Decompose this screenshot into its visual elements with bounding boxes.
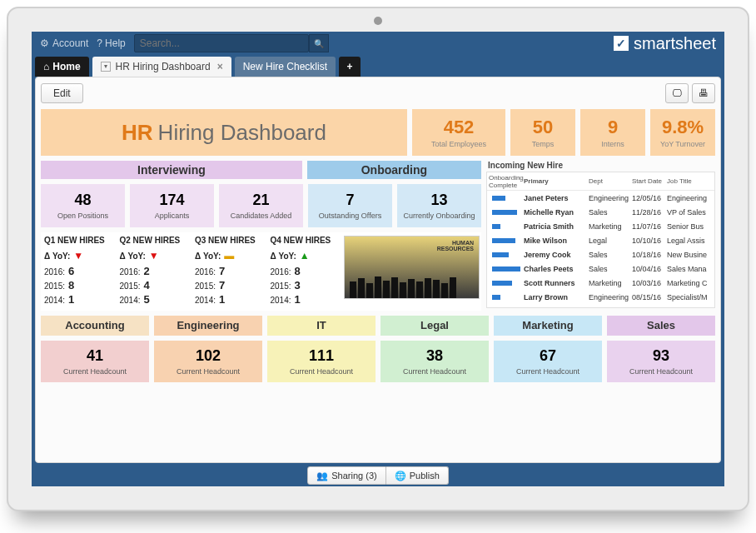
print-icon: 🖶 xyxy=(699,87,709,99)
card-label: Currently Onboarding xyxy=(397,212,481,220)
card-applicants: 174 Applicants xyxy=(130,184,214,227)
publish-button[interactable]: 🌐 Publish xyxy=(386,466,449,485)
cell-job-title: New Busine xyxy=(665,250,712,260)
help-link[interactable]: Help xyxy=(105,37,126,49)
new-hire-table[interactable]: Onboarding Complete Primary Dept Start D… xyxy=(486,172,715,308)
cell-primary: Charles Peets xyxy=(524,265,574,273)
workspace-toolbar: Edit 🖵 🖶 xyxy=(41,82,715,104)
hc-label: Current Headcount xyxy=(494,367,602,376)
sharing-label: Sharing (3) xyxy=(331,471,376,481)
year-label: 2015: xyxy=(271,281,291,291)
year-label: 2014: xyxy=(120,296,141,305)
table-row[interactable]: Larry BrownEngineering08/15/16Specialist… xyxy=(487,290,714,304)
table-row[interactable]: Patricia SmithMarketing11/07/16Senior Bu… xyxy=(487,219,714,233)
edit-button[interactable]: Edit xyxy=(41,83,83,103)
left-mid: Interviewing Onboarding 48 Open Position… xyxy=(41,161,481,311)
chevron-down-icon[interactable]: ▾ xyxy=(101,62,111,72)
card-currently-onboarding: 13 Currently Onboarding xyxy=(397,184,481,227)
cell-start-date: 10/18/16 xyxy=(630,250,665,260)
hc-value: 102 xyxy=(154,347,262,365)
hc-value: 41 xyxy=(41,347,149,365)
cell-primary: Larry Brown xyxy=(524,293,568,301)
tab-home[interactable]: ⌂ Home xyxy=(35,57,89,77)
col-primary[interactable]: Primary xyxy=(522,177,587,186)
dept-it: IT xyxy=(267,316,376,336)
monitor-icon: 🖵 xyxy=(672,87,682,99)
col-start-date[interactable]: Start Date xyxy=(630,177,665,186)
people-icon: 👥 xyxy=(316,471,328,481)
progress-bar xyxy=(492,295,500,300)
triangle-down-icon: ▼ xyxy=(73,250,83,262)
year-value: 1 xyxy=(219,293,225,306)
gear-icon[interactable]: ⚙ xyxy=(40,37,49,49)
cell-dept: Sales xyxy=(587,264,630,274)
dyoy-label: Δ YoY: xyxy=(120,252,146,261)
tab-label: HR Hiring Dashboard xyxy=(116,61,211,72)
card-value: 21 xyxy=(219,192,303,209)
table-row[interactable]: Scott RunnersMarketing10/03/16Marketing … xyxy=(487,276,714,290)
metric-label: Interns xyxy=(580,140,645,148)
table-row[interactable]: Janet PetersEngineering12/05/16Engineeri… xyxy=(487,191,714,205)
col-onboarding-complete[interactable]: Onboarding Complete xyxy=(487,173,522,190)
table-row[interactable]: Michelle RyanSales11/28/16VP of Sales xyxy=(487,205,714,219)
table-row[interactable]: Charles PeetsSales10/04/16Sales Mana xyxy=(487,262,714,276)
table-header: Onboarding Complete Primary Dept Start D… xyxy=(487,172,714,191)
year-value: 2 xyxy=(144,265,150,277)
sharing-button[interactable]: 👥 Sharing (3) xyxy=(307,466,385,485)
q3-col: Q3 NEW HIRES Δ YoY:▬ 2016:7 2015:7 2014:… xyxy=(193,236,264,307)
card-value: 48 xyxy=(41,192,125,209)
table-row[interactable]: Mike WilsonLegal10/10/16Legal Assis xyxy=(487,233,714,247)
tabs-row: ⌂ Home ▾ HR Hiring Dashboard × New Hire … xyxy=(32,55,724,77)
search-input[interactable] xyxy=(134,34,309,52)
quarters-row: Q1 NEW HIRES Δ YoY:▼ 2016:6 2015:8 2014:… xyxy=(41,232,481,311)
account-link[interactable]: Account xyxy=(52,37,88,49)
q-heading: Q3 NEW HIRES xyxy=(195,236,262,245)
headcount-legal: 38 Current Headcount xyxy=(380,341,489,382)
close-icon[interactable]: × xyxy=(217,61,223,72)
table-title: Incoming New Hire xyxy=(486,161,715,170)
tab-home-label: Home xyxy=(52,61,80,72)
dash-icon: ▬ xyxy=(224,250,234,262)
right-mid: Incoming New Hire Onboarding Complete Pr… xyxy=(486,161,715,311)
search-button[interactable]: 🔍 xyxy=(309,34,329,52)
headcount-sales: 93 Current Headcount xyxy=(607,341,715,382)
tab-new-hire-checklist[interactable]: New Hire Checklist xyxy=(235,57,336,77)
q2-col: Q2 NEW HIRES Δ YoY:▼ 2016:2 2015:4 2014:… xyxy=(118,236,189,307)
cell-primary: Michelle Ryan xyxy=(524,208,574,217)
workspace: Edit 🖵 🖶 HR Hiring Dashboard 452 Total E… xyxy=(35,77,721,463)
progress-bar xyxy=(492,281,512,286)
print-button[interactable]: 🖶 xyxy=(692,83,715,103)
year-value: 8 xyxy=(295,265,301,277)
year-value: 6 xyxy=(68,265,74,277)
year-label: 2016: xyxy=(271,267,291,276)
cell-start-date: 08/15/16 xyxy=(630,292,665,302)
cell-job-title: Engineering xyxy=(665,193,712,203)
table-row[interactable]: Jeremy CookSales10/18/16New Busine xyxy=(487,247,714,262)
bottom-bar: 👥 Sharing (3) 🌐 Publish xyxy=(32,465,724,486)
metric-value: 9 xyxy=(580,117,645,138)
present-button[interactable]: 🖵 xyxy=(665,83,689,103)
col-job-title[interactable]: Job Title xyxy=(665,177,712,186)
cell-start-date: 10/10/16 xyxy=(630,236,665,246)
year-value: 7 xyxy=(219,265,225,277)
year-label: 2014: xyxy=(44,296,65,305)
card-open-positions: 48 Open Positions xyxy=(41,184,125,227)
header-row: HR Hiring Dashboard 452 Total Employees … xyxy=(41,109,715,156)
hc-label: Current Headcount xyxy=(154,367,262,376)
cell-dept: Sales xyxy=(587,207,630,217)
progress-bar xyxy=(492,266,520,271)
section-interviewing: Interviewing xyxy=(41,161,302,179)
q-heading: Q1 NEW HIRES xyxy=(44,236,112,245)
hc-label: Current Headcount xyxy=(41,367,149,376)
search-icon: 🔍 xyxy=(314,39,324,48)
card-outstanding-offers: 7 Outstanding Offers xyxy=(308,184,392,227)
tab-hr-dashboard[interactable]: ▾ HR Hiring Dashboard × xyxy=(92,57,231,77)
hc-label: Current Headcount xyxy=(380,367,489,376)
home-icon: ⌂ xyxy=(43,61,49,72)
col-dept[interactable]: Dept xyxy=(587,177,630,186)
cell-start-date: 11/28/16 xyxy=(630,207,665,217)
hc-label: Current Headcount xyxy=(607,367,715,376)
tab-add[interactable]: + xyxy=(339,57,361,77)
top-bar: ⚙ Account ? Help 🔍 ✓ smartsheet xyxy=(32,32,724,55)
help-icon[interactable]: ? xyxy=(97,37,102,49)
